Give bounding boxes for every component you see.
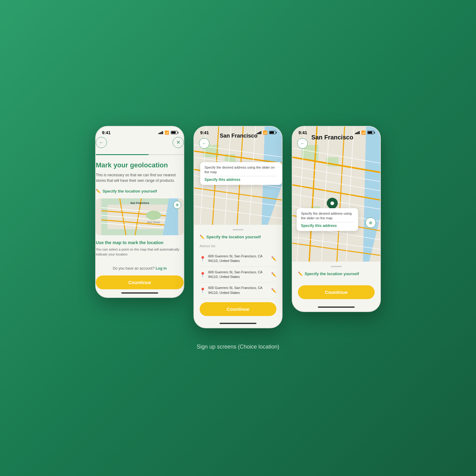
specify-link-3[interactable]: ✏️ Specify the location yourself: [298, 271, 375, 276]
login-link[interactable]: Log in: [156, 266, 167, 271]
back-button-1[interactable]: ←: [96, 137, 107, 148]
login-row: Do you have an account? Log in: [96, 266, 184, 271]
address-popup-3: Specify the desired address using the sl…: [297, 208, 358, 231]
continue-btn-1[interactable]: Countinue: [96, 275, 184, 289]
svg-text:Silver Terrace: Silver Terrace: [147, 221, 160, 223]
address-text-1: 600 Guerrero St, San Francisco, CA 94110…: [208, 254, 269, 263]
time-3: 9:41: [298, 130, 307, 135]
address-item-2: 📍 600 Guerrero St, San Francisco, CA 941…: [200, 267, 276, 283]
screens-container: 9:41 📶 ← ✕ Mark y: [95, 126, 381, 328]
wifi-icon-3: 📶: [361, 131, 366, 135]
pin-icon-3: 📍: [200, 287, 206, 293]
status-icons-2: 📶: [257, 131, 276, 135]
edit-icon-1[interactable]: ✏️: [271, 256, 276, 261]
status-icons-1: 📶: [158, 131, 178, 135]
map-svg-1: San Francisco Silver Terrace: [96, 198, 184, 235]
crosshair-btn-3[interactable]: ⊕: [365, 217, 376, 228]
phone2: 9:41 📶: [193, 126, 283, 328]
progress-fill-1: [96, 154, 149, 155]
edit-icon-2[interactable]: ✏️: [271, 272, 276, 277]
caption: Sign up screens (Choice location): [197, 344, 279, 350]
signal-icon: [158, 131, 163, 134]
back-button-2[interactable]: ←: [199, 138, 209, 149]
address-list-label: Adress list: [200, 244, 276, 248]
signal-icon-3: [355, 131, 360, 134]
crosshair-icon-1[interactable]: ⊕: [173, 201, 181, 209]
time-2: 9:41: [200, 130, 209, 135]
continue-btn-2[interactable]: Countinue: [200, 302, 276, 316]
bottom-handle-3: [331, 266, 342, 267]
pin-icon-2: 📍: [200, 272, 206, 278]
address-popup-2: Specify the desired address using the sl…: [200, 162, 282, 185]
pencil-icon-1: ✏️: [96, 189, 101, 193]
signal-icon-2: [257, 131, 261, 134]
map-full-3: 9:41 📶: [292, 127, 380, 262]
home-indicator-3: [318, 306, 355, 308]
svg-text:San Francisco: San Francisco: [130, 201, 149, 205]
battery-icon-3: [367, 131, 374, 134]
map-thumbnail-1[interactable]: San Francisco Silver Terrace ⊕: [96, 198, 184, 235]
address-text-3: 600 Guerrero St, San Francisco, CA 94110…: [208, 286, 269, 295]
address-item-1: 📍 600 Guerrero St, San Francisco, CA 941…: [200, 251, 276, 267]
bottom-sheet-3: ✏️ Specify the location yourself Countin…: [292, 262, 380, 303]
battery-icon: [171, 131, 178, 134]
close-button-1[interactable]: ✕: [173, 137, 184, 148]
address-text-2: 600 Guerrero St, San Francisco, CA 94110…: [208, 270, 269, 279]
specify-link-2[interactable]: ✏️ Specify the location yourself: [200, 235, 276, 239]
bottom-handle-2: [232, 229, 244, 230]
popup-link-2[interactable]: Specify this address: [205, 176, 278, 182]
status-bar-3: 9:41 📶: [292, 127, 380, 137]
home-indicator-1: [121, 292, 158, 294]
map-full-2: 9:41 📶: [194, 127, 282, 225]
page-subtitle-1: This is necessary so that we can find ou…: [96, 172, 184, 183]
wifi-icon-2: 📶: [263, 131, 267, 135]
popup-text-2: Specify the desired address using the sl…: [205, 165, 278, 175]
page-title-1: Mark your geolocation: [96, 161, 184, 169]
svg-point-55: [330, 201, 334, 205]
status-icons-3: 📶: [355, 131, 374, 135]
battery-icon-2: [269, 131, 276, 134]
status-bar-1: 9:41 📶: [96, 127, 184, 137]
edit-icon-3[interactable]: ✏️: [271, 288, 276, 293]
popup-link-3[interactable]: Specify this address: [301, 222, 354, 228]
back-button-3[interactable]: ←: [297, 138, 308, 149]
continue-btn-3[interactable]: Countinue: [298, 285, 375, 299]
time-1: 9:41: [102, 130, 111, 135]
address-item-3: 📍 600 Guerrero St, San Francisco, CA 941…: [200, 283, 276, 298]
specify-link-1[interactable]: ✏️ Specify the location yourself: [96, 189, 184, 193]
phone3: 9:41 📶: [292, 126, 381, 312]
wifi-icon: 📶: [165, 131, 169, 135]
use-map-title: Use the map to mark the location: [96, 240, 184, 245]
bottom-sheet-2: ✏️ Specify the location yourself Adress …: [194, 225, 282, 320]
use-map-desc: You can select a point on the map that w…: [96, 247, 184, 257]
phone1-content: ← ✕ Mark your geolocation This is necess…: [96, 137, 184, 289]
nav-row-1: ← ✕: [96, 137, 184, 148]
popup-text-3: Specify the desired address using the sl…: [301, 211, 354, 221]
status-bar-2: 9:41 📶: [194, 127, 282, 137]
svg-point-9: [146, 211, 161, 220]
phone1: 9:41 📶 ← ✕ Mark y: [95, 126, 184, 298]
pencil-icon-2: ✏️: [200, 235, 205, 239]
pin-icon-1: 📍: [200, 256, 206, 262]
home-indicator-2: [220, 323, 256, 324]
progress-bar-1: [96, 154, 184, 155]
pencil-icon-3: ✏️: [298, 271, 303, 276]
